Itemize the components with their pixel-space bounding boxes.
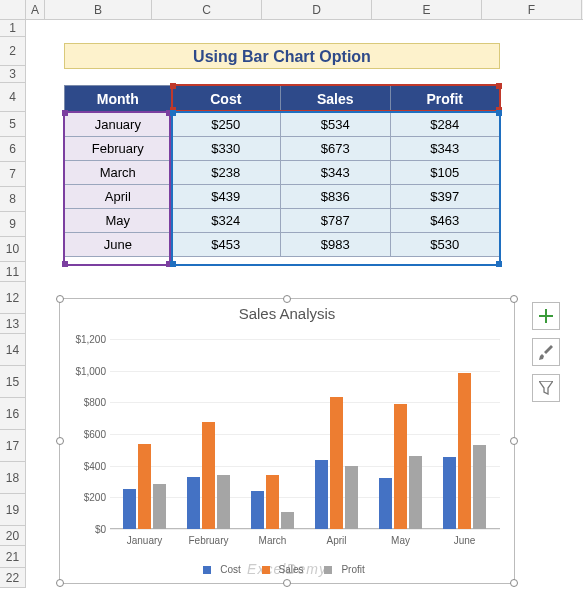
y-tick: $0 (66, 524, 106, 535)
chart-elements-button[interactable] (532, 302, 560, 330)
bar-sales[interactable] (330, 397, 343, 529)
row-4[interactable]: 4 (0, 83, 26, 112)
table-row: May$324$787$463 (65, 209, 500, 233)
column-header-row: A B C D E F (0, 0, 583, 20)
row-12[interactable]: 12 (0, 282, 26, 314)
bar-cost[interactable] (315, 460, 328, 530)
bar-sales[interactable] (394, 404, 407, 529)
bar-cost[interactable] (187, 477, 200, 529)
funnel-icon (539, 381, 553, 395)
table-row: February$330$673$343 (65, 137, 500, 161)
row-6[interactable]: 6 (0, 137, 26, 162)
col-D[interactable]: D (262, 0, 372, 19)
bar-profit[interactable] (473, 445, 486, 529)
col-A[interactable]: A (26, 0, 45, 19)
table-row: March$238$343$105 (65, 161, 500, 185)
legend-sales[interactable]: Sales (279, 564, 304, 575)
row-1[interactable]: 1 (0, 20, 26, 37)
x-tick: March (240, 535, 305, 546)
th-profit[interactable]: Profit (390, 86, 500, 113)
col-E[interactable]: E (372, 0, 482, 19)
row-7[interactable]: 7 (0, 162, 26, 187)
bar-profit[interactable] (153, 484, 166, 529)
row-10[interactable]: 10 (0, 237, 26, 262)
row-21[interactable]: 21 (0, 546, 26, 568)
resize-handle[interactable] (283, 579, 291, 587)
col-F[interactable]: F (482, 0, 582, 19)
y-tick: $600 (66, 429, 106, 440)
y-tick: $1,200 (66, 334, 106, 345)
x-tick: January (112, 535, 177, 546)
bar-sales[interactable] (266, 475, 279, 529)
chart-legend[interactable]: Cost Sales Profit (60, 564, 514, 575)
bar-sales[interactable] (458, 373, 471, 529)
row-11[interactable]: 11 (0, 262, 26, 282)
bar-profit[interactable] (217, 475, 230, 529)
row-header-col: 1 2 3 4 5 6 7 8 9 10 11 12 13 14 15 16 1… (0, 20, 26, 588)
row-15[interactable]: 15 (0, 366, 26, 398)
row-8[interactable]: 8 (0, 187, 26, 212)
bar-profit[interactable] (409, 456, 422, 529)
table-row: April$439$836$397 (65, 185, 500, 209)
x-tick: February (176, 535, 241, 546)
legend-cost[interactable]: Cost (220, 564, 241, 575)
chart-title[interactable]: Sales Analysis (60, 305, 514, 322)
bar-sales[interactable] (202, 422, 215, 529)
resize-handle[interactable] (510, 295, 518, 303)
resize-handle[interactable] (56, 295, 64, 303)
legend-profit[interactable]: Profit (341, 564, 364, 575)
chart-filters-button[interactable] (532, 374, 560, 402)
chart-object[interactable]: Sales Analysis $0$200$400$600$800$1,000$… (59, 298, 515, 584)
x-tick: April (304, 535, 369, 546)
x-tick: June (432, 535, 497, 546)
bar-sales[interactable] (138, 444, 151, 529)
table-row: June$453$983$530 (65, 233, 500, 257)
row-17[interactable]: 17 (0, 430, 26, 462)
chart-plot-area[interactable]: $0$200$400$600$800$1,000$1,200JanuaryFeb… (110, 339, 500, 529)
plus-icon (539, 309, 553, 323)
row-22[interactable]: 22 (0, 568, 26, 588)
y-tick: $1,000 (66, 365, 106, 376)
row-13[interactable]: 13 (0, 314, 26, 334)
row-19[interactable]: 19 (0, 494, 26, 526)
col-B[interactable]: B (45, 0, 152, 19)
row-2[interactable]: 2 (0, 37, 26, 66)
th-sales[interactable]: Sales (281, 86, 390, 113)
table-row: January$250$534$284 (65, 113, 500, 137)
page-title: Using Bar Chart Option (64, 43, 500, 69)
bar-cost[interactable] (379, 478, 392, 529)
resize-handle[interactable] (283, 295, 291, 303)
bar-profit[interactable] (281, 512, 294, 529)
x-tick: May (368, 535, 433, 546)
bar-profit[interactable] (345, 466, 358, 529)
row-9[interactable]: 9 (0, 212, 26, 237)
table-header-row: Month Cost Sales Profit (65, 86, 500, 113)
resize-handle[interactable] (56, 437, 64, 445)
resize-handle[interactable] (510, 437, 518, 445)
row-3[interactable]: 3 (0, 66, 26, 83)
row-16[interactable]: 16 (0, 398, 26, 430)
brush-icon (538, 344, 554, 360)
bar-cost[interactable] (251, 491, 264, 529)
row-18[interactable]: 18 (0, 462, 26, 494)
col-C[interactable]: C (152, 0, 262, 19)
bar-cost[interactable] (123, 489, 136, 529)
th-cost[interactable]: Cost (171, 86, 280, 113)
th-month[interactable]: Month (65, 86, 172, 113)
row-14[interactable]: 14 (0, 334, 26, 366)
row-20[interactable]: 20 (0, 526, 26, 546)
y-tick: $400 (66, 460, 106, 471)
y-tick: $200 (66, 492, 106, 503)
bar-cost[interactable] (443, 457, 456, 529)
chart-styles-button[interactable] (532, 338, 560, 366)
data-table[interactable]: Month Cost Sales Profit January$250$534$… (64, 85, 500, 257)
y-tick: $800 (66, 397, 106, 408)
resize-handle[interactable] (510, 579, 518, 587)
resize-handle[interactable] (56, 579, 64, 587)
row-5[interactable]: 5 (0, 112, 26, 137)
